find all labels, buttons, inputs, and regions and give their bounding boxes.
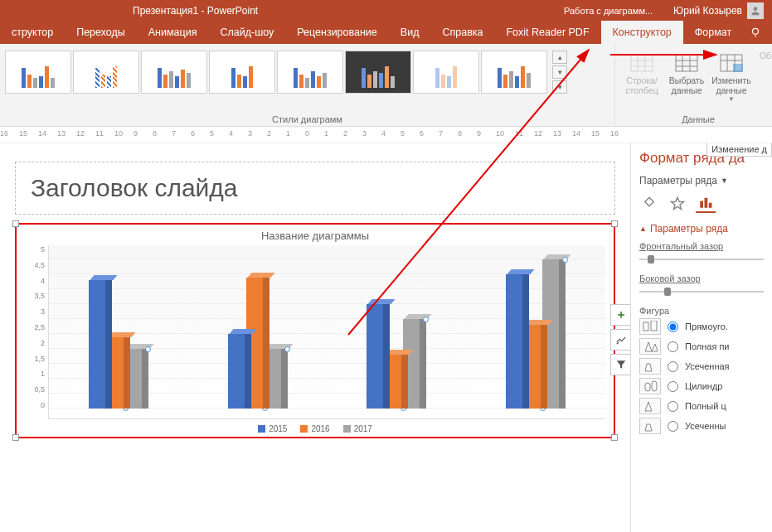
chart-styles-button[interactable] (610, 329, 632, 351)
resize-handle[interactable] (611, 434, 618, 441)
format-pane: Изменение д Формат ряда да Параметры ряд… (630, 143, 772, 532)
series-options-icon[interactable] (696, 193, 716, 213)
gallery-more-button[interactable]: ▾ (552, 80, 567, 94)
bar-group[interactable] (228, 278, 288, 409)
tab-design[interactable]: Конструктор (601, 21, 683, 44)
ruler-tick: 2 (343, 129, 347, 138)
title-bar: Презентация1 - PowerPoint Работа с диагр… (0, 0, 772, 21)
bar[interactable] (367, 304, 390, 409)
shape-options-list: Прямоуго.Полная пиУсеченнаяЦилиндрПолный… (639, 318, 764, 434)
shape-option[interactable]: Полный ц (639, 398, 764, 414)
figure-field: Фигура Прямоуго.Полная пиУсеченнаяЦилинд… (639, 306, 764, 434)
shape-radio[interactable] (668, 421, 678, 432)
format-category-icons (639, 193, 764, 213)
chart-object[interactable]: Название диаграммы 54,543,532,521,510,50… (15, 223, 615, 438)
ruler-tick: 9 (134, 129, 138, 138)
fill-outline-icon[interactable] (639, 193, 659, 213)
svg-rect-23 (651, 321, 657, 331)
gallery-up-button[interactable]: ▴ (552, 51, 567, 64)
context-tab-label[interactable]: Работа с диаграмм... (564, 6, 653, 16)
bar-group[interactable] (367, 304, 426, 409)
ruler-tick: 14 (38, 129, 46, 138)
bar[interactable] (89, 280, 112, 409)
chart-style-2[interactable] (73, 51, 139, 94)
chart-style-6[interactable] (345, 51, 411, 94)
chart-elements-button[interactable]: ＋ (610, 304, 632, 326)
effects-icon[interactable] (668, 193, 687, 213)
switch-row-column-button[interactable]: Строка/ столбец (620, 49, 663, 113)
legend-item[interactable]: 2016 (300, 424, 329, 433)
resize-handle[interactable] (12, 220, 19, 227)
svg-marker-25 (652, 344, 658, 351)
refresh-data-button[interactable]: Об (755, 49, 772, 113)
svg-rect-27 (645, 383, 650, 391)
tab-review[interactable]: Рецензирование (285, 21, 389, 44)
tab-help[interactable]: Справка (430, 21, 494, 44)
shape-radio[interactable] (668, 381, 678, 392)
ruler-tick: 5 (401, 129, 405, 138)
svg-rect-21 (709, 203, 712, 208)
tab-foxit[interactable]: Foxit Reader PDF (494, 21, 600, 44)
select-data-button[interactable]: Выбрать данные (665, 49, 708, 113)
side-gap-slider[interactable] (639, 286, 764, 297)
chart-legend[interactable]: 201520162017 (25, 419, 605, 433)
legend-item[interactable]: 2015 (258, 424, 287, 433)
chart-style-3[interactable] (141, 51, 207, 94)
ruler-tick: 6 (420, 129, 424, 138)
user-avatar-icon (747, 2, 764, 19)
chart-style-7[interactable] (413, 51, 479, 94)
slide-title-placeholder[interactable]: Заголовок слайда (15, 162, 615, 215)
bar[interactable] (228, 334, 251, 409)
tab-format[interactable]: Формат (683, 21, 743, 44)
ruler-tick: 10 (496, 129, 504, 138)
resize-handle[interactable] (12, 434, 19, 441)
tab-slideshow[interactable]: Слайд-шоу (208, 21, 285, 44)
tab-konstruktor-partial[interactable]: структор (0, 21, 65, 44)
chart-style-4[interactable] (209, 51, 275, 94)
legend-item[interactable]: 2017 (343, 424, 372, 433)
bar-group[interactable] (506, 259, 566, 409)
front-gap-slider[interactable] (639, 254, 764, 265)
tab-view[interactable]: Вид (389, 21, 431, 44)
series-params-header[interactable]: ▲ Параметры ряда (639, 223, 764, 235)
shape-radio[interactable] (668, 322, 678, 332)
y-tick: 4,5 (25, 261, 45, 269)
chart-plot-area[interactable]: 54,543,532,521,510,50 (25, 245, 605, 419)
tell-me-bulb-icon[interactable] (743, 21, 768, 44)
svg-rect-20 (705, 198, 708, 208)
shape-option[interactable]: Усеченная (639, 358, 764, 375)
shape-radio[interactable] (668, 401, 678, 412)
ruler-tick: 4 (229, 129, 233, 138)
chart-style-8[interactable] (481, 51, 547, 94)
shape-option[interactable]: Цилиндр (639, 378, 764, 394)
bar[interactable] (506, 274, 529, 409)
shape-option[interactable]: Полная пи (639, 338, 764, 355)
bar-group[interactable] (89, 280, 148, 409)
chart-style-5[interactable] (277, 51, 343, 94)
chart-title[interactable]: Название диаграммы (25, 230, 605, 242)
chart-filter-button[interactable] (610, 354, 632, 375)
shape-radio[interactable] (668, 341, 678, 352)
tab-transitions[interactable]: Переходы (65, 21, 137, 44)
tab-helper[interactable]: Помощни (768, 21, 772, 44)
edit-data-button[interactable]: Изменить данные ▼ (710, 49, 753, 113)
y-tick: 5 (25, 245, 45, 254)
resize-handle[interactable] (611, 220, 618, 227)
shape-option[interactable]: Прямоуго. (639, 318, 764, 335)
ruler-tick: 10 (114, 129, 123, 138)
ruler-tick: 3 (248, 129, 252, 138)
ruler-tick: 6 (191, 129, 195, 138)
gallery-navigation: ▴ ▾ ▾ (552, 51, 567, 94)
tab-animation[interactable]: Анимация (137, 21, 209, 44)
gallery-down-button[interactable]: ▾ (552, 65, 567, 79)
horizontal-ruler: 1615141312111098765432101234567891011121… (0, 127, 772, 143)
svg-rect-3 (631, 55, 653, 71)
shape-radio[interactable] (668, 361, 678, 372)
chart-style-1[interactable] (5, 51, 71, 94)
shape-option[interactable]: Усеченны (639, 418, 764, 434)
svg-point-1 (753, 28, 759, 34)
app-title: Презентация1 - PowerPoint (133, 5, 258, 17)
y-tick: 0 (25, 401, 45, 409)
format-pane-subtitle[interactable]: Параметры ряда ▼ (639, 175, 764, 186)
user-area[interactable]: Юрий Козырев (673, 2, 764, 19)
